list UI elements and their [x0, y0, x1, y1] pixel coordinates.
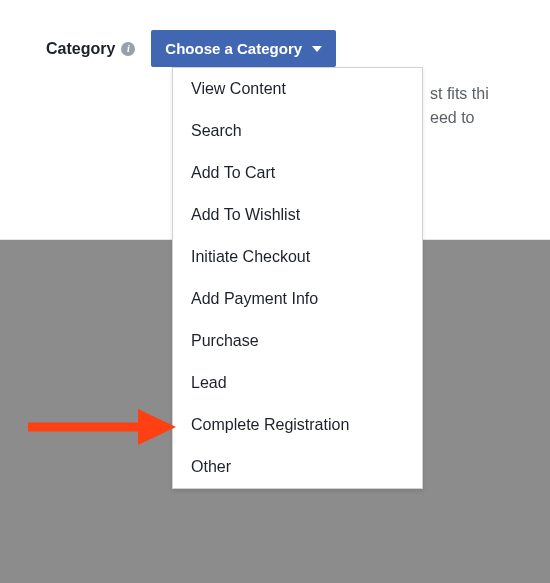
dropdown-item-add-to-cart[interactable]: Add To Cart: [173, 152, 422, 194]
dropdown-item-add-payment-info[interactable]: Add Payment Info: [173, 278, 422, 320]
dropdown-item-complete-registration[interactable]: Complete Registration: [173, 404, 422, 446]
helper-text: st fits thi eed to: [430, 82, 489, 130]
dropdown-item-lead[interactable]: Lead: [173, 362, 422, 404]
dropdown-item-search[interactable]: Search: [173, 110, 422, 152]
category-dropdown: View Content Search Add To Cart Add To W…: [172, 67, 423, 489]
caret-down-icon: [312, 46, 322, 52]
category-select-button[interactable]: Choose a Category: [151, 30, 336, 67]
dropdown-item-view-content[interactable]: View Content: [173, 68, 422, 110]
dropdown-item-purchase[interactable]: Purchase: [173, 320, 422, 362]
svg-marker-1: [138, 409, 176, 445]
category-select-button-text: Choose a Category: [165, 40, 302, 57]
dropdown-item-add-to-wishlist[interactable]: Add To Wishlist: [173, 194, 422, 236]
dropdown-item-initiate-checkout[interactable]: Initiate Checkout: [173, 236, 422, 278]
annotation-arrow-icon: [26, 407, 176, 447]
category-label: Category: [46, 40, 115, 58]
info-icon[interactable]: i: [121, 42, 135, 56]
category-row: Category i Choose a Category: [46, 30, 336, 67]
dropdown-item-other[interactable]: Other: [173, 446, 422, 488]
